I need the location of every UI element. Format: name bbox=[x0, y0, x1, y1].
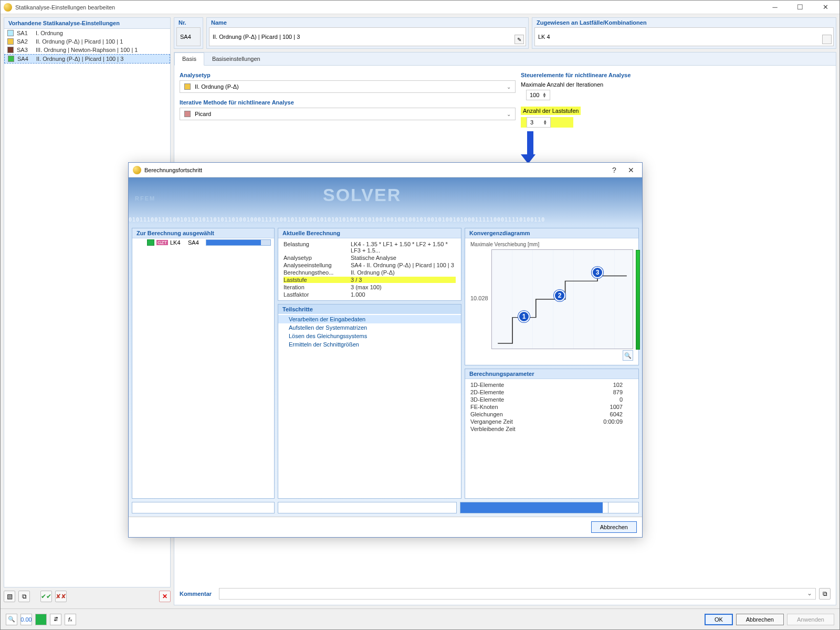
help-button[interactable]: ? bbox=[607, 166, 621, 174]
substep-item: Lösen des Gleichungssystems bbox=[278, 332, 461, 340]
selection-row: GZT LK4 SA4 bbox=[132, 238, 274, 247]
max-iter-spinner[interactable]: 100 ▲▼ bbox=[526, 90, 550, 100]
y-tick: 10.028 bbox=[470, 295, 488, 301]
sa-id: SA3 bbox=[17, 47, 33, 53]
calc-result-row: 2D-Elemente879 bbox=[465, 388, 638, 396]
chart-callout-1: 1 bbox=[518, 311, 530, 322]
maximize-button[interactable]: ☐ bbox=[792, 2, 808, 13]
name-field: Name II. Ordnung (P-Δ) | Picard | 100 | … bbox=[206, 17, 529, 49]
tab-basiseinstellungen[interactable]: Basiseinstellungen bbox=[204, 52, 268, 65]
convergence-indicator bbox=[636, 250, 640, 350]
units-icon[interactable]: 0.00 bbox=[20, 614, 32, 625]
laststufen-label: Anzahl der Laststufen bbox=[521, 107, 581, 115]
chart-callout-2: 2 bbox=[554, 290, 565, 301]
calc-result-row: 3D-Elemente0 bbox=[465, 396, 638, 403]
progress-bar-mid bbox=[278, 502, 457, 513]
sa-list-item[interactable]: SA1 I. Ordnung bbox=[4, 29, 170, 37]
app-icon bbox=[133, 166, 141, 174]
sa-id: SA2 bbox=[17, 38, 33, 45]
sa-list-item[interactable]: SA3 III. Ordnung | Newton-Raphson | 100 … bbox=[4, 46, 170, 54]
chevron-down-icon: ⌄ bbox=[507, 111, 511, 117]
dialog-banner: RFEM SOLVER 0101110011010010110101101011… bbox=[129, 177, 642, 225]
sa-id: SA4 bbox=[17, 56, 33, 62]
chart-callout-3: 3 bbox=[592, 267, 603, 278]
apply-button: Anwenden bbox=[787, 614, 834, 625]
search-icon[interactable]: 🔍 bbox=[6, 614, 17, 625]
tabs: Basis Basiseinstellungen bbox=[174, 52, 836, 66]
script-icon[interactable]: fₓ bbox=[65, 614, 76, 625]
dialog-cancel-button[interactable]: Abbrechen bbox=[591, 521, 637, 533]
substep-item: Ermitteln der Schnittgrößen bbox=[278, 340, 461, 349]
substeps-title: Teilschritte bbox=[278, 304, 461, 314]
calc-param-row: AnalysetypStatische Analyse bbox=[278, 254, 461, 261]
selection-tag: GZT bbox=[156, 240, 168, 245]
assign-picker-icon[interactable] bbox=[822, 35, 832, 44]
color-icon[interactable] bbox=[35, 614, 47, 625]
check-all-button[interactable]: ✔✔ bbox=[40, 591, 52, 602]
substep-item: Aufstellen der Systemmatrizen bbox=[278, 323, 461, 332]
comment-extra-button[interactable]: ⧉ bbox=[819, 588, 831, 600]
uncheck-all-button[interactable]: ✘✘ bbox=[55, 591, 67, 602]
close-button[interactable]: ✕ bbox=[817, 2, 833, 13]
sa-list-item[interactable]: SA4 II. Ordnung (P-Δ) | Picard | 100 | 3 bbox=[4, 54, 170, 64]
annotation-arrow bbox=[525, 131, 536, 164]
sa-name: I. Ordnung bbox=[36, 30, 63, 36]
tab-basis[interactable]: Basis bbox=[174, 52, 204, 66]
sa-name: II. Ordnung (P-Δ) | Picard | 100 | 1 bbox=[36, 38, 123, 45]
nr-field: Nr. SA4 bbox=[174, 17, 203, 49]
dialog-close-button[interactable]: ✕ bbox=[624, 166, 638, 174]
zoom-chart-button[interactable]: 🔍 bbox=[623, 350, 633, 361]
sa-name: II. Ordnung (P-Δ) | Picard | 100 | 3 bbox=[36, 56, 123, 62]
analysetyp-swatch bbox=[184, 83, 191, 90]
dialog-title: Berechnungsfortschritt bbox=[144, 167, 604, 173]
iterative-method-select[interactable]: Picard ⌄ bbox=[180, 108, 516, 120]
calc-result-row: FE-Knoten1007 bbox=[465, 403, 638, 411]
app-icon bbox=[4, 3, 12, 12]
steuerelemente-title: Steuerelemente für nichtlineare Analyse bbox=[521, 71, 831, 80]
edit-name-icon[interactable]: ✎ bbox=[514, 35, 524, 44]
progress-dialog: Berechnungsfortschritt ? ✕ RFEM SOLVER 0… bbox=[128, 162, 643, 538]
progress-bar-left bbox=[132, 502, 275, 513]
calc-param-row: Lastfaktor1.000 bbox=[278, 291, 461, 298]
convergence-chart: 1 2 3 bbox=[491, 249, 633, 349]
copy-item-button[interactable]: ⧉ bbox=[18, 591, 30, 602]
analysetyp-label: Analysetyp bbox=[180, 71, 516, 80]
color-swatch bbox=[8, 56, 14, 62]
calc-param-row: BelastungLK4 - 1.35 * LF1 + 1.50 * LF2 +… bbox=[278, 240, 461, 254]
comment-combo[interactable] bbox=[219, 588, 816, 600]
sa-name: III. Ordnung | Newton-Raphson | 100 | 1 bbox=[36, 47, 138, 53]
calc-param-row: Berechnungstheo...II. Ordnung (P-Δ) bbox=[278, 269, 461, 276]
color-swatch bbox=[7, 47, 14, 53]
diagram-ylabel: Maximale Verschiebung [mm] bbox=[470, 242, 633, 247]
delete-item-button[interactable]: ✕ bbox=[159, 591, 171, 602]
cancel-button[interactable]: Abbrechen bbox=[736, 614, 784, 625]
selection-panel-title: Zur Berechnung ausgewählt bbox=[132, 228, 274, 238]
calc-result-row: Vergangene Zeit0:00:09 bbox=[465, 418, 638, 425]
tree-icon[interactable]: ⇵ bbox=[50, 614, 61, 625]
iter-swatch bbox=[184, 111, 191, 117]
calc-param-row: Iteration3 (max 100) bbox=[278, 284, 461, 291]
comment-label: Kommentar bbox=[180, 591, 212, 597]
spinner-arrows-icon: ▲▼ bbox=[543, 120, 547, 125]
assign-value[interactable]: LK 4 bbox=[538, 34, 550, 40]
nr-value: SA4 bbox=[176, 27, 201, 46]
assign-field: Zugewiesen an Lastfälle/Kombinationen LK… bbox=[532, 17, 836, 49]
calc-result-row: 1D-Elemente102 bbox=[465, 381, 638, 388]
sa-list-item[interactable]: SA2 II. Ordnung (P-Δ) | Picard | 100 | 1 bbox=[4, 37, 170, 46]
params-title: Berechnungsparameter bbox=[465, 369, 638, 379]
substep-item: Verarbeiten der Eingabedaten bbox=[278, 315, 461, 323]
window-title: Statikanalyse-Einstellungen bearbeiten bbox=[15, 4, 767, 10]
selection-progress-bar bbox=[206, 239, 271, 246]
calc-result-row: Verbleibende Zeit bbox=[465, 425, 638, 433]
sa-id: SA1 bbox=[17, 30, 33, 36]
main-titlebar: Statikanalyse-Einstellungen bearbeiten ─… bbox=[1, 1, 839, 14]
new-item-button[interactable]: ▧ bbox=[4, 591, 15, 602]
current-calc-title: Aktuelle Berechnung bbox=[278, 228, 461, 238]
laststufen-spinner[interactable]: 3 ▲▼ bbox=[527, 117, 551, 128]
name-input[interactable]: II. Ordnung (P-Δ) | Picard | 100 | 3 bbox=[213, 34, 300, 40]
color-swatch bbox=[7, 30, 14, 36]
ok-button[interactable]: OK bbox=[705, 614, 733, 625]
color-swatch bbox=[7, 38, 14, 45]
analysetyp-select[interactable]: II. Ordnung (P-Δ) ⌄ bbox=[180, 80, 516, 93]
minimize-button[interactable]: ─ bbox=[767, 2, 783, 13]
